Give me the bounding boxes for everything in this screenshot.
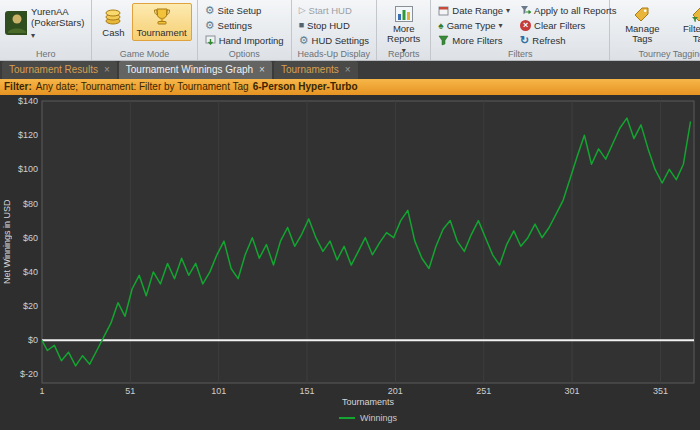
gear-icon: ⚙ (299, 35, 309, 46)
ribbon-caption-filters: Filters (431, 49, 609, 59)
tab-tournament-winnings-graph[interactable]: Tournament Winnings Graph × (119, 61, 272, 79)
apply-filters-icon (520, 5, 531, 16)
chevron-down-icon: ▾ (499, 21, 503, 30)
ribbon-caption-game-mode: Game Mode (92, 49, 196, 59)
date-range-button[interactable]: Date Range ▾ (436, 4, 512, 17)
filter-for-tag-button[interactable]: Filter for Tag (673, 3, 700, 48)
tournament-label: Tournament (137, 28, 187, 38)
gear-icon: ⚙ (205, 5, 215, 16)
clear-x-icon: × (520, 20, 531, 31)
tab-close-icon[interactable]: × (345, 65, 351, 75)
chevron-down-icon: ▾ (31, 31, 35, 40)
apply-to-all-reports-button[interactable]: Apply to all Reports (518, 4, 618, 17)
settings-button[interactable]: ⚙ Settings (203, 19, 286, 32)
tab-close-icon[interactable]: × (104, 65, 110, 75)
ribbon-group-hud: ▷ Start HUD ■ Stop HUD ⚙ HUD Settings He… (292, 0, 377, 60)
filter-for-tag-label: Filter for Tag (678, 24, 700, 45)
svg-text:351: 351 (653, 386, 668, 396)
ribbon-caption-reports: Reports (377, 49, 430, 59)
tab-label: Tournament Winnings Graph (126, 64, 253, 75)
tag-icon (633, 6, 651, 22)
settings-label: Settings (218, 20, 252, 31)
coins-icon (103, 6, 123, 26)
tab-label: Tournament Results (9, 64, 98, 75)
play-icon: ▷ (299, 5, 306, 16)
gear-icon: ⚙ (205, 20, 215, 31)
cash-button[interactable]: Cash (97, 3, 129, 41)
filter-text: Any date; Tournament: Filter by Tourname… (36, 81, 249, 92)
stop-hud-button[interactable]: ■ Stop HUD (297, 19, 371, 32)
refresh-icon: ↻ (520, 35, 529, 46)
manage-tags-button[interactable]: Manage Tags (615, 3, 669, 48)
hand-importing-label: Hand Importing (219, 35, 284, 46)
ribbon-group-game-mode: Cash Tournament Game Mode (92, 0, 197, 60)
svg-text:151: 151 (300, 386, 315, 396)
game-type-button[interactable]: ♠ Game Type ▾ (436, 19, 512, 32)
more-filters-label: More Filters (452, 35, 502, 46)
hero-name: YurenAA (31, 6, 86, 17)
more-reports-label: More Reports (387, 23, 420, 44)
svg-text:$100: $100 (18, 164, 38, 174)
funnel-icon (438, 35, 449, 46)
start-hud-label: Start HUD (309, 5, 352, 16)
svg-text:$40: $40 (23, 267, 38, 277)
stop-hud-label: Stop HUD (307, 20, 350, 31)
tab-close-icon[interactable]: × (259, 65, 265, 75)
game-type-label: Game Type (447, 20, 496, 31)
svg-text:$0: $0 (28, 335, 38, 345)
import-icon (205, 35, 216, 46)
start-hud-button[interactable]: ▷ Start HUD (297, 4, 371, 17)
ribbon-group-hero: YurenAA (PokerStars) ▾ Hero (0, 0, 92, 60)
svg-text:251: 251 (476, 386, 491, 396)
svg-text:51: 51 (125, 386, 135, 396)
svg-text:201: 201 (388, 386, 403, 396)
hand-importing-button[interactable]: Hand Importing (203, 34, 286, 47)
app-window: YurenAA (PokerStars) ▾ Hero Cash (0, 0, 700, 430)
ribbon-group-tagging: Manage Tags Filter for Tag Tourney Taggi… (610, 0, 700, 60)
tab-bar: Tournament Results × Tournament Winnings… (0, 61, 700, 79)
tag-filter-icon (691, 6, 700, 22)
clear-filters-button[interactable]: × Clear Filters (518, 19, 618, 32)
chart-plot: 151101151201251301351$140$120$100$80$60$… (0, 95, 700, 430)
winnings-chart: 151101151201251301351$140$120$100$80$60$… (0, 95, 700, 430)
refresh-button[interactable]: ↻ Refresh (518, 34, 618, 47)
spade-icon: ♠ (438, 20, 443, 31)
ribbon: YurenAA (PokerStars) ▾ Hero Cash (0, 0, 700, 61)
legend-label: Winnings (360, 413, 397, 423)
ribbon-caption-hero: Hero (0, 49, 91, 59)
ribbon-caption-options: Options (198, 49, 291, 59)
stop-icon: ■ (299, 20, 304, 31)
hud-settings-button[interactable]: ⚙ HUD Settings (297, 34, 371, 47)
tournament-button[interactable]: Tournament (132, 3, 192, 41)
ribbon-group-reports: More Reports ▾ Reports (377, 0, 431, 60)
filter-tag: 6-Person Hyper-Turbo (253, 81, 358, 92)
hero-site: (PokerStars) (31, 17, 84, 28)
svg-text:1: 1 (39, 386, 44, 396)
hud-settings-label: HUD Settings (312, 35, 370, 46)
ribbon-group-options: ⚙ Site Setup ⚙ Settings Hand Importing O… (198, 0, 292, 60)
site-setup-button[interactable]: ⚙ Site Setup (203, 4, 286, 17)
hero-avatar (5, 11, 27, 35)
refresh-label: Refresh (532, 35, 565, 46)
svg-text:$120: $120 (18, 130, 38, 140)
ribbon-caption-hud: Heads-Up Display (292, 49, 376, 59)
tab-tournament-results[interactable]: Tournament Results × (2, 61, 117, 79)
filter-prefix: Filter: (4, 81, 32, 92)
svg-text:$60: $60 (23, 233, 38, 243)
ribbon-caption-tagging: Tourney Tagging (610, 49, 700, 59)
date-range-label: Date Range (452, 5, 503, 16)
more-filters-button[interactable]: More Filters (436, 34, 512, 47)
apply-to-all-reports-label: Apply to all Reports (534, 5, 616, 16)
tab-label: Tournaments (281, 64, 339, 75)
tab-tournaments[interactable]: Tournaments × (274, 61, 358, 79)
legend-line-swatch (339, 417, 355, 419)
hero-selector[interactable]: YurenAA (PokerStars) ▾ (5, 2, 86, 40)
svg-text:$-20: $-20 (20, 369, 38, 379)
x-axis-title: Tournaments (42, 397, 694, 407)
svg-text:101: 101 (211, 386, 226, 396)
trophy-icon (152, 6, 172, 26)
y-axis-title: Net Winnings in USD (0, 101, 14, 383)
filter-summary-bar[interactable]: Filter: Any date; Tournament: Filter by … (0, 79, 700, 95)
chevron-down-icon: ▾ (506, 6, 510, 15)
clear-filters-label: Clear Filters (534, 20, 585, 31)
